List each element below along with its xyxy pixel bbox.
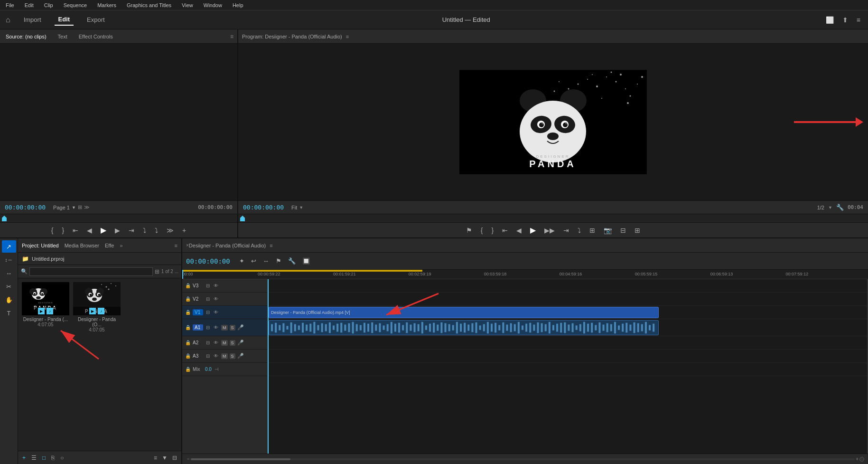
a3-solo-btn[interactable]: S (230, 353, 235, 359)
audio-clip-a1[interactable] (269, 320, 659, 335)
insert-btn[interactable]: ⤵ (141, 226, 148, 235)
project-menu-icon[interactable]: ≡ (175, 243, 177, 248)
tool-type[interactable]: T (2, 307, 16, 319)
tl-wrench-btn[interactable]: 🔧 (287, 256, 297, 265)
tab-effect-controls[interactable]: Effect Controls (77, 33, 115, 40)
video-icon-2[interactable]: ▶ (89, 308, 96, 314)
page-add-icon[interactable]: ⊞ (78, 204, 82, 210)
program-scrub-bar[interactable] (238, 214, 868, 222)
go-in-btn[interactable]: ⇤ (71, 226, 80, 235)
prog-multi-btn[interactable]: ⊟ (618, 226, 628, 235)
menu-sequence[interactable]: Sequence (62, 1, 89, 9)
menu-help[interactable]: Help (231, 1, 245, 9)
bin-btn[interactable]: ⎘ (50, 454, 56, 462)
a1-eye-off[interactable]: ⊟ (205, 324, 211, 331)
timeline-tab-label[interactable]: Desiigner - Panda (Official Audio) (189, 243, 266, 248)
menu-edit[interactable]: Edit (23, 1, 36, 9)
add-btn[interactable]: + (180, 226, 188, 235)
video-icon-1[interactable]: ▶ (38, 308, 45, 314)
prog-play-btn[interactable]: ▶ (528, 225, 538, 236)
source-menu-icon[interactable]: ≡ (230, 33, 233, 40)
tab-export[interactable]: Export (83, 14, 109, 25)
prog-lift-btn[interactable]: ⤵ (576, 226, 583, 235)
source-scrub-thumb[interactable] (2, 216, 7, 221)
a2-solo-btn[interactable]: S (230, 340, 235, 346)
v1-eye-off[interactable]: ⊟ (205, 309, 211, 315)
menu-clip[interactable]: Clip (42, 1, 55, 9)
mix-end-icon[interactable]: ⊣ (214, 366, 220, 372)
tab-edit[interactable]: Edit (55, 14, 74, 26)
a2-mute-btn[interactable]: M (221, 340, 228, 346)
wrench-icon[interactable]: 🔧 (836, 204, 844, 211)
a3-eye-off[interactable]: ⊟ (205, 353, 211, 359)
a3-mute-btn[interactable]: M (221, 353, 228, 359)
tool-select[interactable]: ↗ (2, 240, 16, 253)
zoom-out-btn[interactable]: − (186, 455, 191, 463)
panel-expand-btn[interactable]: » (120, 243, 122, 248)
a2-lock[interactable]: 🔒 (185, 340, 191, 345)
tab-effe[interactable]: Effe (105, 243, 114, 248)
a1-mic-icon[interactable]: 🎤 (237, 324, 244, 331)
next-frame-btn[interactable]: ▶ (113, 226, 122, 235)
settings-footer-btn[interactable]: ○ (59, 454, 65, 462)
play-btn[interactable]: ▶ (99, 225, 108, 236)
prog-mark-in[interactable]: { (479, 226, 485, 235)
tab-project[interactable]: Project: Untitled (22, 243, 59, 248)
menu-window[interactable]: Window (202, 1, 224, 9)
search-input[interactable] (29, 267, 153, 276)
mix-lock[interactable]: 🔒 (185, 367, 191, 372)
mark-out-btn[interactable]: } (60, 226, 66, 235)
prog-settings-btn[interactable]: ⊞ (633, 226, 642, 235)
audio-icon-2[interactable]: ♪ (98, 308, 104, 314)
tab-source[interactable]: Source: (no clips) (4, 33, 48, 40)
prog-go-out[interactable]: ⇥ (561, 226, 571, 235)
prog-mark-btn[interactable]: ⚑ (464, 226, 474, 235)
a1-mute-btn[interactable]: M (221, 325, 228, 331)
prog-extract-btn[interactable]: ⊞ (588, 226, 597, 235)
v3-eye[interactable]: 👁 (213, 283, 219, 289)
prev-frame-btn[interactable]: ◀ (85, 226, 94, 235)
a1-lock[interactable]: 🔒 (185, 325, 191, 330)
menu-view[interactable]: View (180, 1, 195, 9)
prog-go-in[interactable]: ⇤ (500, 226, 510, 235)
grid-view-btn[interactable]: □ (41, 454, 47, 462)
tl-ripple-btn[interactable]: ↔ (261, 256, 271, 265)
prog-next-frame[interactable]: ▶▶ (542, 226, 557, 235)
go-out-btn[interactable]: ⇥ (127, 226, 136, 235)
tool-hand[interactable]: ✋ (2, 294, 16, 306)
overwrite-btn[interactable]: ⤵ (153, 226, 160, 235)
list-view-btn[interactable]: ☰ (30, 454, 38, 462)
a1-solo-btn[interactable]: S (230, 325, 235, 331)
a3-lock[interactable]: 🔒 (185, 353, 191, 359)
v1-eye[interactable]: 👁 (213, 309, 219, 315)
media-item-2[interactable]: DESIIGNER PANDA ▶ ♪ Desiigner - Panda (O… (73, 282, 121, 332)
v3-lock[interactable]: 🔒 (185, 283, 191, 288)
a3-mic-icon[interactable]: 🎤 (237, 353, 244, 359)
tab-text[interactable]: Text (56, 33, 69, 40)
tl-snap-btn[interactable]: ↩ (250, 256, 258, 265)
fit-dropdown[interactable]: ▼ (299, 205, 303, 210)
prog-camera-btn[interactable]: 📷 (602, 226, 614, 235)
tl-select-btn[interactable]: ✦ (238, 256, 246, 265)
v1-lock[interactable]: 🔒 (185, 310, 191, 315)
tl-captions-btn[interactable]: 🔲 (301, 256, 311, 265)
tool-razor[interactable]: ✂ (2, 280, 16, 293)
home-icon[interactable]: ⌂ (6, 16, 10, 24)
icon-size-btn[interactable]: ⊟ (171, 454, 178, 462)
tool-rate[interactable]: ↔ (2, 267, 16, 279)
video-clip[interactable]: Desiigner - Panda (Official Audio).mp4 [… (269, 307, 659, 318)
page-next-icon[interactable]: ≫ (84, 204, 90, 210)
zoom-slider[interactable] (191, 458, 855, 460)
more-btn[interactable]: ≫ (165, 226, 176, 235)
source-scrub-bar[interactable] (0, 214, 237, 222)
a3-eye[interactable]: 👁 (213, 353, 219, 359)
menu-file[interactable]: File (4, 1, 16, 9)
a2-mic-icon[interactable]: 🎤 (237, 340, 244, 346)
a1-eye[interactable]: 👁 (213, 324, 219, 331)
v2-lock[interactable]: 🔒 (185, 296, 191, 302)
page-dropdown-icon[interactable]: ▼ (72, 205, 76, 210)
new-item-btn[interactable]: + (21, 454, 27, 462)
tab-import[interactable]: Import (20, 14, 45, 25)
v2-eye-off[interactable]: ⊟ (205, 296, 211, 302)
search-filter-icon[interactable]: ⊞ (155, 268, 159, 275)
